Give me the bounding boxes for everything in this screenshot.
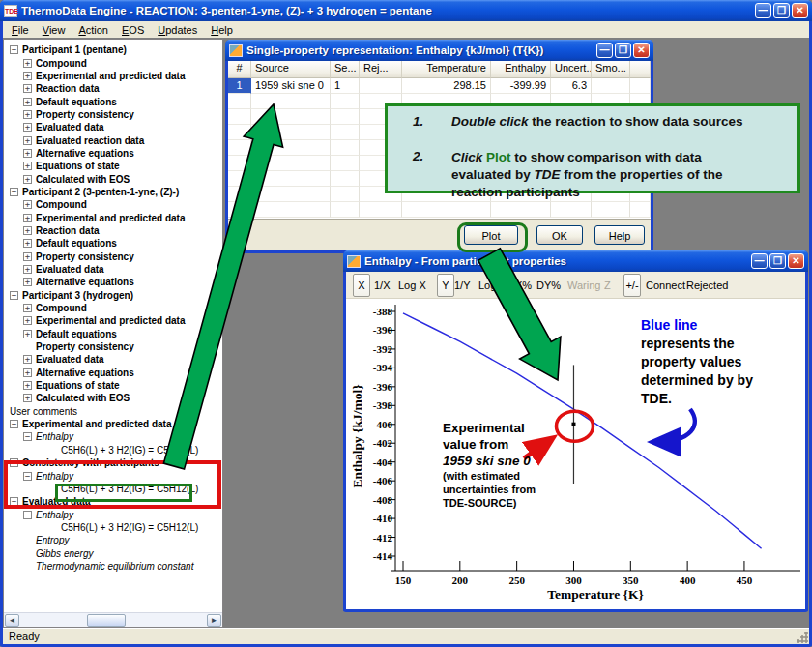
expand-icon[interactable]: + <box>23 200 32 209</box>
tree-item[interactable]: +Alternative equations <box>4 367 222 379</box>
tree-item[interactable]: +Calculated with EOS <box>4 392 222 404</box>
expand-icon[interactable]: + <box>23 394 32 402</box>
maximize-icon[interactable]: ❐ <box>773 3 790 18</box>
minimize-icon[interactable]: — <box>755 3 771 18</box>
maximize-icon[interactable]: ❐ <box>615 43 631 58</box>
app-titlebar[interactable]: TDE ThermoData Engine - REACTION: 3-pent… <box>0 0 812 21</box>
close-icon[interactable]: ✕ <box>792 3 808 18</box>
tree-item[interactable]: −Enthalpy <box>4 469 222 482</box>
expand-icon[interactable]: + <box>23 98 32 106</box>
collapse-icon[interactable]: − <box>10 497 18 506</box>
column-header[interactable]: # <box>228 61 251 78</box>
expand-icon[interactable]: + <box>23 59 32 68</box>
expand-icon[interactable]: + <box>23 278 32 286</box>
collapse-icon[interactable]: − <box>10 291 18 300</box>
expand-icon[interactable]: + <box>23 330 32 338</box>
tree-item[interactable]: +Property consistency <box>4 250 222 263</box>
toolbar-log-x[interactable]: Log X <box>398 272 426 299</box>
menu-action[interactable]: Action <box>72 23 115 37</box>
help-button[interactable]: Help <box>594 225 645 245</box>
tree-item[interactable]: −Experimental and predicted data <box>4 418 222 430</box>
collapse-icon[interactable]: − <box>23 472 32 481</box>
expand-icon[interactable]: + <box>23 123 32 132</box>
plot-button[interactable]: Plot <box>464 225 518 245</box>
close-icon[interactable]: ✕ <box>788 253 804 269</box>
tree-item[interactable]: +Reaction data <box>4 224 222 237</box>
tree-item[interactable]: Entropy <box>4 534 222 546</box>
expand-icon[interactable]: + <box>23 72 32 80</box>
tree-item[interactable]: +Alternative equations <box>4 276 222 288</box>
tree-item[interactable]: +Compound <box>4 302 222 314</box>
toolbar--[interactable]: +/- <box>624 274 641 297</box>
toolbar-1-x[interactable]: 1/X <box>374 272 391 299</box>
tree-item[interactable]: Thermodynamic equilibrium constant <box>4 560 222 573</box>
collapse-icon[interactable]: − <box>10 45 18 54</box>
tree-item[interactable]: C5H6(L) + 3 H2(IG) = C5H12(L) <box>4 444 222 456</box>
collapse-icon[interactable]: − <box>10 458 18 467</box>
dialog-titlebar[interactable]: Single-property representation: Enthalpy… <box>225 40 653 61</box>
toolbar-dy-[interactable]: DY% <box>536 272 561 299</box>
tree-item[interactable]: +Equations of state <box>4 160 222 172</box>
collapse-icon[interactable]: − <box>23 432 32 441</box>
scroll-right-icon[interactable]: ► <box>207 614 221 627</box>
plot-titlebar[interactable]: Enthalpy - From participant properties —… <box>343 250 808 272</box>
tree-item[interactable]: +Evaluated reaction data <box>4 133 222 146</box>
column-header[interactable]: Source <box>251 61 331 78</box>
column-header[interactable]: Se... <box>331 61 360 78</box>
collapse-icon[interactable]: − <box>10 420 18 428</box>
scroll-left-icon[interactable]: ◄ <box>5 614 19 627</box>
toolbar-log-y[interactable]: Log Y <box>478 272 507 299</box>
expand-icon[interactable]: + <box>23 368 32 377</box>
minimize-icon[interactable]: — <box>751 253 768 269</box>
tree-item[interactable]: +Evaluated data <box>4 263 222 276</box>
menu-eos[interactable]: EOS <box>115 23 151 37</box>
expand-icon[interactable]: + <box>23 265 32 274</box>
expand-icon[interactable]: + <box>23 252 32 261</box>
expand-icon[interactable]: + <box>23 239 32 248</box>
tree-item[interactable]: +Compound <box>4 198 222 211</box>
expand-icon[interactable]: + <box>23 381 32 390</box>
expand-icon[interactable]: + <box>23 175 32 184</box>
expand-icon[interactable]: + <box>23 214 32 222</box>
tree-item[interactable]: −Participant 2 (3-penten-1-yne, (Z)-) <box>4 186 222 198</box>
tree-item[interactable]: +Evaluated data <box>4 121 222 133</box>
menu-view[interactable]: View <box>36 23 72 37</box>
resize-grip[interactable] <box>797 632 808 643</box>
menu-file[interactable]: File <box>5 23 36 37</box>
tree-item[interactable]: +Reaction data <box>4 82 222 95</box>
expand-icon[interactable]: + <box>23 226 32 235</box>
tree-item[interactable]: +Experimental and predicted data <box>4 211 222 223</box>
toolbar-connect[interactable]: Connect <box>646 272 685 299</box>
table-row[interactable] <box>228 202 651 218</box>
tree-item[interactable]: +Calculated with EOS <box>4 172 222 185</box>
tree-item[interactable]: Gibbs energy <box>4 546 222 559</box>
ok-button[interactable]: OK <box>536 225 583 245</box>
toolbar-x[interactable]: X <box>353 274 370 297</box>
column-header[interactable]: Smo... <box>592 61 630 78</box>
maximize-icon[interactable]: ❐ <box>769 253 786 269</box>
expand-icon[interactable]: + <box>23 110 32 119</box>
tree-item[interactable]: C5H6(L) + 3 H2(IG) = C5H12(L) <box>4 483 222 495</box>
tree-item[interactable]: −Enthalpy <box>4 430 222 443</box>
expand-icon[interactable]: + <box>23 304 32 312</box>
tree-item[interactable]: −Consistency with participants <box>4 456 222 469</box>
tree-item[interactable]: +Default equations <box>4 328 222 340</box>
column-header[interactable]: Enthalpy <box>491 61 551 78</box>
tree-item[interactable]: +Experimental and predicted data <box>4 314 222 327</box>
tree-item[interactable]: +Experimental and predicted data <box>4 70 222 82</box>
tree-item[interactable]: +Default equations <box>4 237 222 250</box>
menu-updates[interactable]: Updates <box>151 23 204 37</box>
column-header[interactable]: Temperature <box>402 61 491 78</box>
toolbar-dx-[interactable]: DX% <box>508 272 532 299</box>
tree-item[interactable]: Property consistency <box>4 340 222 353</box>
tree-item[interactable]: +Equations of state <box>4 379 222 392</box>
tree-item[interactable]: −Enthalpy <box>4 508 222 520</box>
column-header[interactable]: Uncert... <box>551 61 592 78</box>
tree-item[interactable]: −Participant 1 (pentane) <box>4 44 222 56</box>
close-icon[interactable]: ✕ <box>633 43 650 58</box>
collapse-icon[interactable]: − <box>23 511 32 519</box>
collapse-icon[interactable]: − <box>10 188 18 196</box>
minimize-icon[interactable]: — <box>596 43 613 58</box>
tree-item[interactable]: +Property consistency <box>4 108 222 121</box>
tree-hscrollbar[interactable]: ◄ ► <box>4 612 222 627</box>
